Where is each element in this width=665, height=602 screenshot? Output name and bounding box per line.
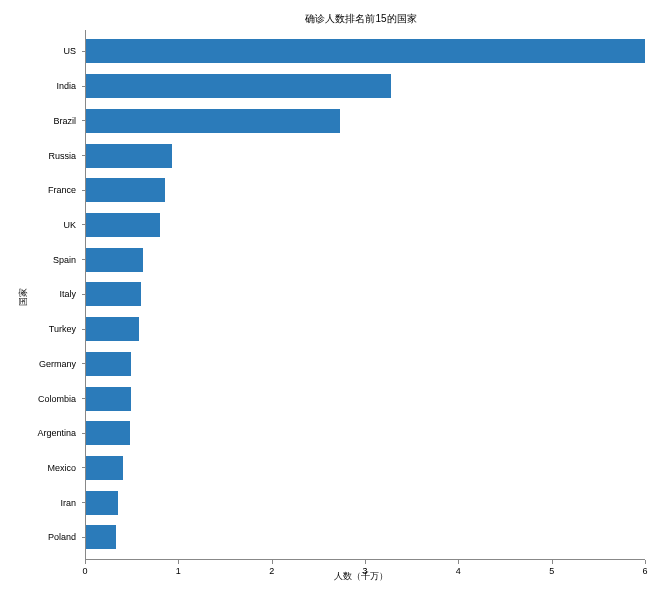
y-tick xyxy=(82,155,86,156)
bar xyxy=(86,248,143,272)
bar-row: UK xyxy=(86,211,645,239)
chart-title: 确诊人数排名前15的国家 xyxy=(75,12,647,26)
bar-row: India xyxy=(86,72,645,100)
bar xyxy=(86,525,116,549)
y-tick-label: Mexico xyxy=(47,463,76,473)
y-tick xyxy=(82,120,86,121)
bar-row: Colombia xyxy=(86,385,645,413)
bars-group: USIndiaBrazilRussiaFranceUKSpainItalyTur… xyxy=(86,30,645,559)
y-tick-label: France xyxy=(48,185,76,195)
y-tick-label: Iran xyxy=(60,498,76,508)
bar-row: France xyxy=(86,176,645,204)
bar-row: Mexico xyxy=(86,454,645,482)
bar-row: Spain xyxy=(86,246,645,274)
bar xyxy=(86,491,118,515)
y-tick-label: Spain xyxy=(53,255,76,265)
bar-row: US xyxy=(86,37,645,65)
y-axis-label: 国家 xyxy=(17,288,30,306)
y-tick-label: Poland xyxy=(48,532,76,542)
bar xyxy=(86,178,165,202)
y-tick-label: India xyxy=(56,81,76,91)
y-tick xyxy=(82,467,86,468)
bar-row: Italy xyxy=(86,280,645,308)
bar-row: Brazil xyxy=(86,107,645,135)
plot-area: USIndiaBrazilRussiaFranceUKSpainItalyTur… xyxy=(85,30,645,560)
y-tick xyxy=(82,329,86,330)
bar-row: Turkey xyxy=(86,315,645,343)
y-tick-label: Russia xyxy=(48,151,76,161)
y-tick-label: Germany xyxy=(39,359,76,369)
y-tick-label: US xyxy=(63,46,76,56)
bar-row: Russia xyxy=(86,142,645,170)
bar-row: Iran xyxy=(86,489,645,517)
y-tick-label: Turkey xyxy=(49,324,76,334)
x-tick xyxy=(552,560,553,564)
bar xyxy=(86,317,139,341)
bar-row: Germany xyxy=(86,350,645,378)
y-tick-label: Argentina xyxy=(37,428,76,438)
y-tick-label: UK xyxy=(63,220,76,230)
y-tick xyxy=(82,398,86,399)
y-tick xyxy=(82,433,86,434)
y-tick-label: Brazil xyxy=(53,116,76,126)
bar xyxy=(86,456,123,480)
y-tick xyxy=(82,502,86,503)
x-axis-label: 人数（千万） xyxy=(75,570,647,583)
x-tick xyxy=(365,560,366,564)
y-tick xyxy=(82,259,86,260)
bar-row: Argentina xyxy=(86,419,645,447)
bar-row: Poland xyxy=(86,523,645,551)
bar xyxy=(86,39,645,63)
y-tick-label: Colombia xyxy=(38,394,76,404)
bar xyxy=(86,144,172,168)
y-tick xyxy=(82,294,86,295)
bar xyxy=(86,74,391,98)
y-tick xyxy=(82,190,86,191)
y-tick xyxy=(82,363,86,364)
y-tick xyxy=(82,86,86,87)
x-tick xyxy=(272,560,273,564)
bar xyxy=(86,421,130,445)
y-tick xyxy=(82,51,86,52)
x-tick xyxy=(645,560,646,564)
y-tick xyxy=(82,224,86,225)
x-tick xyxy=(178,560,179,564)
bar xyxy=(86,387,131,411)
x-tick xyxy=(458,560,459,564)
y-tick-label: Italy xyxy=(59,289,76,299)
bar xyxy=(86,213,160,237)
bar xyxy=(86,282,141,306)
y-tick xyxy=(82,537,86,538)
bar xyxy=(86,109,340,133)
chart-container: 确诊人数排名前15的国家 USIndiaBrazilRussiaFranceUK… xyxy=(75,12,647,587)
bar xyxy=(86,352,131,376)
x-tick xyxy=(85,560,86,564)
